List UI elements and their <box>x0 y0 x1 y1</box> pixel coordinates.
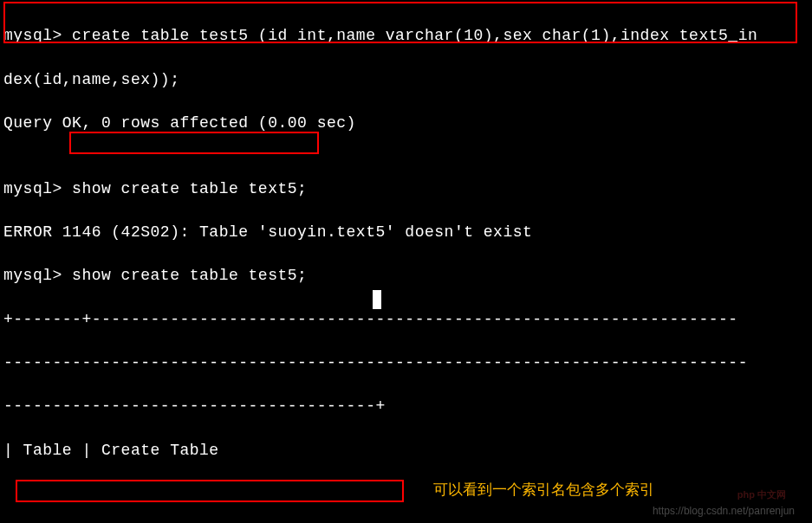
terminal-cursor <box>373 290 381 309</box>
php-logo-watermark: php 中文网 <box>737 488 786 501</box>
terminal-line: +-------+-------------------------------… <box>3 309 809 331</box>
terminal-line: mysql> create table test5 (id int,name v… <box>3 25 809 47</box>
annotation-text: 可以看到一个索引名包含多个索引 <box>433 480 654 500</box>
terminal-line: mysql> show create table text5; <box>3 178 809 200</box>
terminal-line: | Table | Create Table <box>3 440 809 462</box>
terminal-line: ERROR 1146 (42S02): Table 'suoyin.text5'… <box>3 222 809 243</box>
csdn-watermark: https://blog.csdn.net/panrenjun <box>653 504 795 519</box>
terminal-line: --------------------------------------+ <box>3 396 809 417</box>
terminal-line: mysql> show create table test5; <box>3 265 809 287</box>
terminal-line: dex(id,name,sex)); <box>3 69 809 91</box>
terminal-line <box>3 483 809 505</box>
terminal-output: mysql> create table test5 (id int,name v… <box>3 3 809 523</box>
terminal-line: Query OK, 0 rows affected (0.00 sec) <box>3 113 809 134</box>
terminal-line: ----------------------------------------… <box>3 352 809 374</box>
